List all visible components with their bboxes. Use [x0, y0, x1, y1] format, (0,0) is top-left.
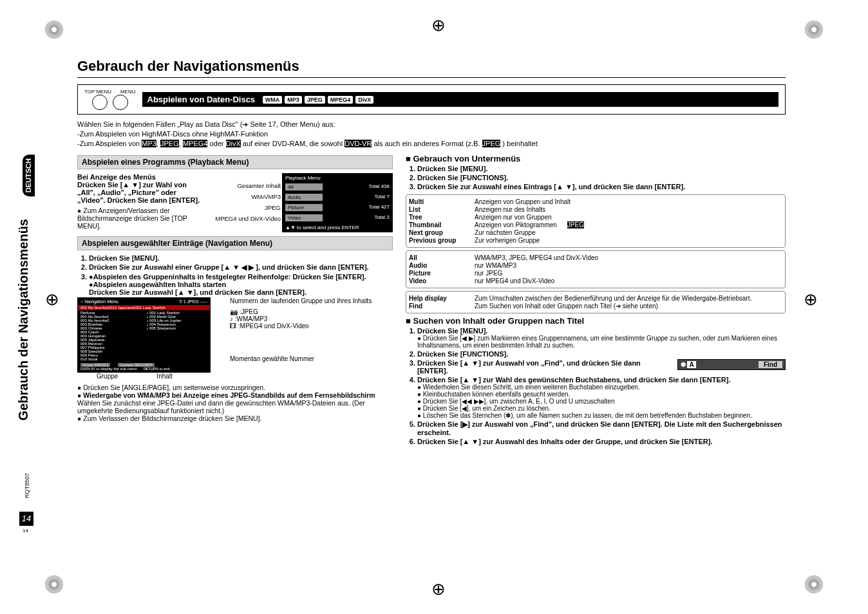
section-tab: Gebrauch der Navigationsmenüs: [16, 219, 31, 420]
submenu-group-1: MultiAnzeigen von Gruppen und InhaltList…: [406, 194, 786, 248]
find-box-figure: ✽ A Find: [677, 359, 786, 370]
callout-label: JPEG: [215, 204, 281, 211]
crop-mark: [804, 290, 823, 309]
format-tag: DVD-VR: [344, 140, 372, 147]
navigation-menu-header: Abspielen ausgewählter Einträge (Navigat…: [77, 236, 393, 250]
submenu-steps: Drücken Sie [MENU]. Drücken Sie [FUNCTIO…: [406, 165, 786, 191]
search-steps: Drücken Sie [MENU]. ● Drücken Sie [◀ ▶] …: [406, 327, 786, 445]
format-tag: MP3: [142, 140, 156, 147]
format-tag: MP3: [285, 96, 302, 104]
callout-label: WMA/MP3: [215, 193, 281, 200]
format-tag: MPEG4: [328, 96, 354, 104]
page-content: Gebrauch der Navigationsmenüs TOP MENU M…: [77, 58, 786, 447]
callout-label: MPEG4 und DivX-Video: [215, 215, 281, 222]
instruction: Drücken Sie [▲ ▼] zur Wahl von „All", „A…: [77, 181, 202, 204]
search-title: ■ Suchen von Inhalt oder Gruppen nach Ti…: [406, 316, 786, 326]
page-number-small: 14: [23, 528, 28, 534]
deco-corner: [45, 21, 63, 39]
format-tag: JPEG: [305, 96, 325, 104]
crop-mark: [45, 290, 64, 309]
crop-mark: [431, 579, 451, 599]
intro-paragraph: Wählen Sie in folgenden Fällen „Play as …: [77, 120, 786, 149]
page-title: Gebrauch der Navigationsmenüs: [77, 58, 786, 75]
navigation-menu-figure: ○ Navigation Menu5 1 JPEG --:-- 002 My f…: [77, 297, 211, 373]
icon-legend: Nummern der laufenden Gruppe und ihres I…: [230, 297, 372, 362]
format-tag: WMA: [263, 96, 283, 104]
left-column: Abspielen eines Programms (Playback Menu…: [77, 151, 393, 422]
caption: Inhalt: [156, 373, 172, 380]
strip-title: Abspielen von Daten-Discs: [147, 95, 256, 104]
section-strip: Abspielen von Daten-Discs WMA MP3 JPEG M…: [142, 92, 779, 107]
language-tab: DEUTSCH: [23, 154, 35, 196]
topmenu-button-icon: [92, 95, 108, 110]
bullet: ● Zum Anzeigen/Verlassen der Bildschirma…: [77, 207, 202, 230]
deco-corner: [45, 575, 63, 593]
submenu-title: ■ Gebrauch von Untermenüs: [406, 154, 786, 163]
footer-notes: ● Drücken Sie [ANGLE/PAGE], um seitenwei…: [77, 384, 393, 422]
submenu-group-2: AllWMA/MP3, JPEG, MPEG4 und DivX-VideoAu…: [406, 250, 786, 288]
page-number: 14: [19, 512, 33, 526]
caption: Gruppe: [97, 373, 118, 380]
format-tag: MPEG4: [183, 140, 208, 147]
playback-menu-header: Abspielen eines Programms (Playback Menu…: [77, 155, 393, 169]
format-tag: DivX: [226, 140, 241, 147]
format-tag: DivX: [355, 96, 373, 104]
menu-label: MENU: [120, 89, 136, 95]
right-column: ■ Gebrauch von Untermenüs Drücken Sie [M…: [406, 151, 786, 447]
menu-button-icon: [113, 95, 128, 110]
playback-menu-figure: Playback Menu AllTotal 436 AudioTotal 7 …: [282, 173, 393, 232]
title-bar: TOP MENU MENU Abspielen von Daten-Discs …: [77, 84, 786, 115]
format-tag: JPEG: [160, 140, 179, 147]
submenu-group-3: Help displayZum Umschalten zwischen der …: [406, 291, 786, 313]
crop-mark: [431, 15, 451, 35]
topmenu-label: TOP MENU: [84, 89, 111, 95]
deco-corner: [805, 575, 823, 593]
format-tag: JPEG: [482, 140, 501, 147]
navigation-steps: Drücken Sie [MENU]. Drücken Sie zur Ausw…: [77, 254, 393, 296]
callout-label: Gesamter Inhalt: [215, 182, 281, 189]
doc-code: RQT8507: [24, 473, 30, 498]
subtitle: Bei Anzeige des Menüs: [77, 173, 202, 181]
deco-corner: [805, 21, 823, 39]
